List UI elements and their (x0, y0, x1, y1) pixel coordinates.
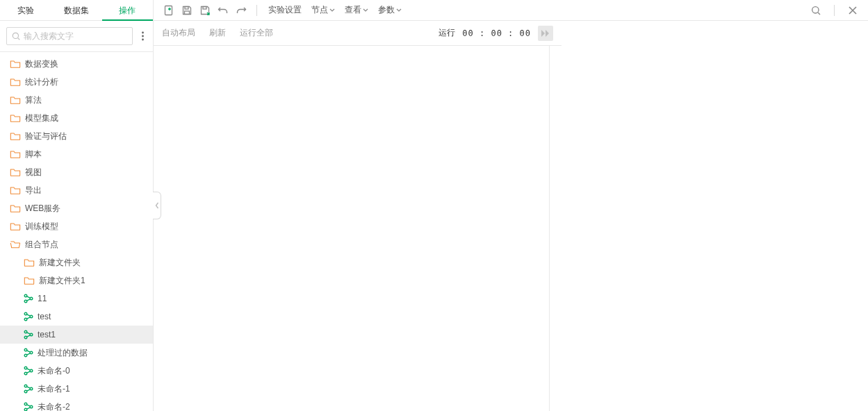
svg-rect-28 (185, 11, 190, 15)
tree-folder-ensemble[interactable]: 模型集成 (0, 109, 153, 127)
toolbar-search-button[interactable] (808, 0, 824, 21)
canvas[interactable] (154, 46, 550, 411)
new-file-icon (163, 5, 174, 16)
tree-folder-eval[interactable]: 验证与评估 (0, 127, 153, 145)
tree-folder-view[interactable]: 视图 (0, 163, 153, 181)
svg-point-25 (30, 405, 33, 408)
svg-point-20 (24, 385, 27, 387)
run-all-button[interactable]: 运行全部 (240, 27, 273, 39)
tree-child-node-unnamed0[interactable]: 未命名-0 (0, 362, 153, 380)
tree-label: 组合节点 (25, 239, 58, 251)
svg-point-10 (30, 315, 33, 318)
svg-point-19 (30, 369, 33, 372)
svg-point-14 (24, 349, 27, 351)
search-wrap[interactable] (6, 27, 133, 45)
tree-folder-script[interactable]: 脚本 (0, 145, 153, 163)
tree-label: 脚本 (25, 149, 42, 160)
save-as-icon (199, 5, 211, 16)
node-icon (24, 312, 33, 321)
main: 实验设置 节点 查看 参数 自动布局 刷新 运行全部 运行 00 : 00 : … (154, 0, 868, 411)
sidebar-tabs: 实验 数据集 操作 (0, 0, 153, 21)
svg-point-7 (30, 297, 33, 300)
tree-child-node-unnamed2[interactable]: 未命名-2 (0, 398, 153, 411)
tree-label: 视图 (25, 167, 42, 178)
svg-point-6 (24, 300, 27, 303)
tab-experiment[interactable]: 实验 (0, 0, 51, 20)
chevron-down-icon (329, 8, 335, 12)
refresh-button[interactable]: 刷新 (209, 27, 226, 39)
menu-label: 查看 (345, 4, 361, 16)
menu-node[interactable]: 节点 (307, 0, 339, 21)
svg-point-0 (13, 33, 18, 38)
svg-point-18 (24, 372, 27, 375)
run-timer: 00 : 00 : 00 (462, 28, 531, 38)
menu-view[interactable]: 查看 (341, 0, 372, 21)
tree-label: WEB服务 (25, 203, 60, 215)
tree-folder-algorithm[interactable]: 算法 (0, 91, 153, 109)
tree-folder-train-model[interactable]: 训练模型 (0, 217, 153, 235)
tree-child-node-test[interactable]: test (0, 308, 153, 326)
folder-icon (10, 131, 21, 141)
tree-label: 算法 (25, 94, 42, 106)
tree-child-folder-new[interactable]: 新建文件夹 (0, 253, 153, 271)
svg-line-1 (18, 38, 20, 40)
tree-folder-composite-node[interactable]: 组合节点 (0, 235, 153, 253)
save-button[interactable] (179, 0, 195, 21)
fast-forward-icon (541, 30, 550, 37)
save-as-button[interactable] (197, 0, 213, 21)
svg-line-31 (818, 12, 820, 15)
tree-child-node-processed[interactable]: 处理过的数据 (0, 344, 153, 362)
folder-icon (24, 258, 35, 267)
tree-folder-stats[interactable]: 统计分析 (0, 73, 153, 91)
tree-label: 新建文件夹 (39, 257, 81, 269)
tree-label: 数据变换 (25, 58, 58, 70)
tree-child-folder-new1[interactable]: 新建文件夹1 (0, 271, 153, 290)
tree-folder-data-transform[interactable]: 数据变换 (0, 55, 153, 73)
folder-icon (24, 276, 35, 285)
toolbar: 实验设置 节点 查看 参数 (154, 0, 868, 21)
more-button[interactable] (138, 31, 147, 41)
folder-icon (10, 149, 21, 159)
toolbar-divider (834, 5, 835, 16)
menu-experiment-settings[interactable]: 实验设置 (264, 0, 306, 21)
menu-label: 节点 (311, 4, 328, 16)
folder-icon (10, 185, 21, 195)
tree-child-node-unnamed1[interactable]: 未命名-1 (0, 380, 153, 398)
svg-point-3 (142, 35, 144, 37)
tree-label: 统计分析 (25, 76, 58, 88)
svg-point-2 (142, 32, 144, 34)
tree: 数据变换 统计分析 算法 模型集成 验证与评估 脚本 视图 导出 WEB服务 训… (0, 52, 153, 411)
run-stop-button[interactable] (538, 26, 553, 41)
node-icon (24, 330, 33, 339)
tree-label: 处理过的数据 (38, 347, 88, 359)
chevron-down-icon (396, 8, 402, 12)
new-button[interactable] (161, 0, 177, 21)
svg-point-15 (24, 354, 27, 357)
tree-child-node-test1[interactable]: test1 (0, 326, 153, 344)
search-icon (810, 5, 821, 16)
node-icon (24, 366, 33, 376)
tree-folder-export[interactable]: 导出 (0, 181, 153, 199)
tree-folder-web-service[interactable]: WEB服务 (0, 199, 153, 217)
menu-params[interactable]: 参数 (374, 0, 406, 21)
menu-label: 实验设置 (268, 4, 302, 16)
tree-label: 模型集成 (25, 112, 58, 124)
redo-button[interactable] (233, 0, 249, 21)
auto-layout-button[interactable]: 自动布局 (162, 27, 195, 39)
tab-operations[interactable]: 操作 (102, 0, 153, 20)
svg-point-21 (24, 390, 27, 393)
svg-point-5 (24, 294, 27, 297)
tab-dataset[interactable]: 数据集 (51, 0, 101, 20)
folder-icon (10, 203, 21, 213)
tree-label: 未命名-1 (38, 383, 70, 395)
svg-point-30 (812, 6, 819, 12)
node-icon (24, 294, 33, 303)
svg-point-17 (24, 367, 27, 369)
search-row (0, 21, 153, 52)
undo-button[interactable] (215, 0, 231, 21)
search-input[interactable] (24, 31, 128, 41)
close-button[interactable] (844, 0, 861, 21)
svg-point-22 (30, 387, 33, 390)
folder-icon (10, 59, 21, 69)
tree-child-node-11[interactable]: 11 (0, 290, 153, 308)
